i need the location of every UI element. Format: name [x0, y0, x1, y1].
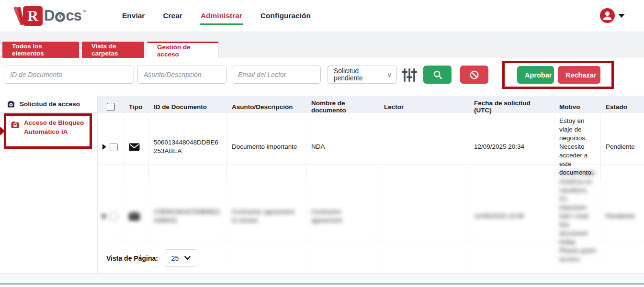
tab-todos-los-elementos[interactable]: Todos los elementos	[2, 42, 79, 58]
cell-doc-name: Contractor agreement	[306, 165, 379, 267]
table-row-blurred: 27B0619416753B0B31A89D02 Contractor agre…	[98, 165, 644, 242]
table-row: 506013448048DDBE6253ABEA Documento impor…	[98, 113, 644, 165]
sidebar-item-label: Solicitud de acceso	[20, 100, 80, 108]
cell-fecha: 11/09/2025 13:08	[469, 165, 554, 267]
view-tabs: Todos los elementos Vista de carpetas Ge…	[2, 42, 219, 58]
ai-autoblock-icon	[11, 121, 20, 130]
chevron-down-icon: ∨	[387, 71, 392, 78]
user-menu[interactable]	[600, 8, 625, 23]
status-filter-value: Solicitud pendiente	[334, 67, 387, 82]
envelope-icon	[129, 212, 140, 221]
lock-o-icon	[55, 12, 65, 22]
logo-wordmark: D cs ™	[44, 7, 87, 24]
advanced-filters-icon[interactable]	[401, 67, 418, 83]
access-request-icon	[7, 100, 15, 109]
row-expander-icon[interactable]	[102, 213, 106, 219]
ban-icon	[469, 69, 480, 80]
cell-lector	[379, 165, 469, 267]
nav-item-enviar[interactable]: Enviar	[122, 9, 145, 23]
sidebar-item-label: Acceso de Bloqueo Automático IA	[24, 118, 84, 136]
cell-estado: Pendiente	[601, 165, 644, 267]
top-bar: R D cs ™ Enviar Crear Administrar Config…	[0, 0, 644, 32]
logo-pages-icon	[16, 6, 23, 26]
subject-input[interactable]	[137, 66, 227, 84]
page-size-value: 25	[171, 254, 179, 262]
page-size-select[interactable]: 25	[164, 249, 198, 267]
chevron-down-icon	[184, 256, 191, 260]
cell-motivo: I'm on South America on vacations. It's …	[554, 165, 601, 267]
row-checkbox[interactable]	[110, 143, 118, 151]
trademark-symbol: ™	[82, 10, 87, 14]
clear-filters-button[interactable]	[460, 66, 488, 84]
nav-item-administrar[interactable]: Administrar	[201, 9, 242, 23]
search-button[interactable]	[423, 66, 452, 84]
user-avatar-icon	[600, 8, 615, 23]
doc-id-input[interactable]	[4, 66, 134, 84]
row-checkbox[interactable]	[110, 212, 118, 221]
row-expander-icon[interactable]	[102, 144, 106, 150]
table-header-row: Tipo ID de Documento Asunto/Descripción …	[98, 96, 644, 113]
envelope-icon	[129, 143, 140, 151]
main-nav: Enviar Crear Administrar Configuración	[122, 0, 311, 32]
sidebar-item-solicitud-de-acceso[interactable]: Solicitud de acceso	[0, 96, 97, 113]
reject-button[interactable]: Rechazar	[558, 66, 600, 84]
select-all-checkbox[interactable]	[107, 103, 115, 111]
reader-email-input[interactable]	[232, 66, 321, 84]
approve-button[interactable]: Aprobar	[517, 66, 554, 84]
logo-r-mark: R	[23, 6, 43, 26]
logo-letters-cs: cs	[66, 7, 81, 24]
tab-gestion-de-acceso[interactable]: Gestión de acceso	[147, 42, 219, 58]
logo-letter-d: D	[44, 7, 54, 24]
chevron-down-icon	[618, 14, 625, 18]
tab-vista-de-carpetas[interactable]: Vista de carpetas	[82, 42, 144, 58]
nav-item-crear[interactable]: Crear	[163, 9, 182, 23]
pagination: Vista de Página: 25	[106, 249, 198, 267]
access-requests-table: Tipo ID de Documento Asunto/Descripción …	[98, 96, 644, 242]
annotation-arrow	[0, 127, 5, 135]
nav-item-configuracion[interactable]: Configuración	[260, 9, 311, 23]
search-icon	[432, 69, 443, 80]
footer-accent-line	[0, 283, 644, 285]
status-filter-select[interactable]: Solicitud pendiente ∨	[328, 66, 397, 84]
page-size-label: Vista de Página:	[106, 254, 158, 262]
cell-subject: Contractor agreement to review	[227, 165, 306, 267]
footer-band	[0, 273, 644, 283]
rdocs-logo[interactable]: R D cs ™	[16, 5, 87, 26]
sidebar-item-acceso-bloqueo-automatico[interactable]: Acceso de Bloqueo Automático IA	[11, 118, 84, 136]
